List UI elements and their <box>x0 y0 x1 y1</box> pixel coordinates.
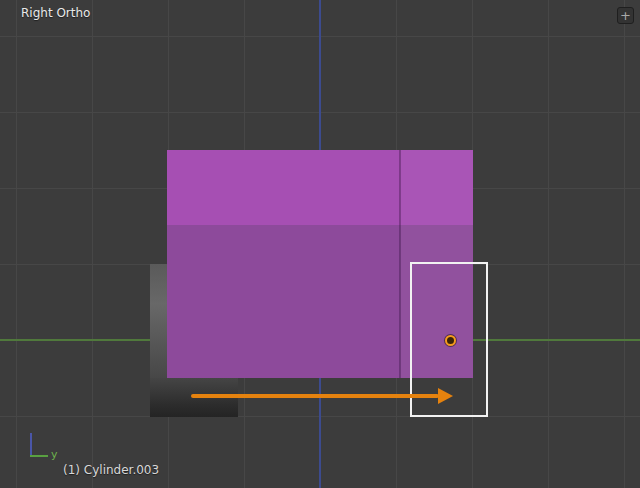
expand-sidebar-button[interactable]: + <box>617 7 634 24</box>
viewport-3d[interactable]: Right Ortho + y (1) Cylinder.003 <box>0 0 640 488</box>
view-orientation-label: Right Ortho <box>21 5 90 21</box>
mini-axis-gizmo: y <box>25 433 69 465</box>
gizmo-arrow-shaft <box>191 394 439 398</box>
mini-axis-y-label: y <box>51 448 58 462</box>
gizmo-arrow-head <box>438 388 453 404</box>
active-object-label: (1) Cylinder.003 <box>63 462 159 478</box>
cube-edge-seam <box>399 150 401 378</box>
object-origin-dot[interactable] <box>445 335 456 346</box>
mini-axis-z-line <box>30 433 32 457</box>
mini-axis-y-line <box>30 455 48 457</box>
